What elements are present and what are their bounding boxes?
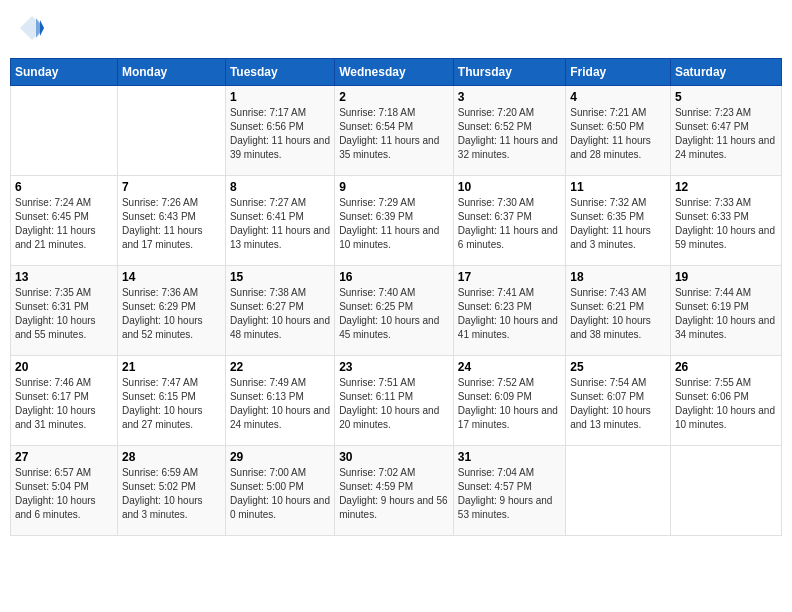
calendar-cell: 27Sunrise: 6:57 AM Sunset: 5:04 PM Dayli… — [11, 446, 118, 536]
calendar-cell — [11, 86, 118, 176]
logo — [16, 14, 46, 46]
calendar-cell: 24Sunrise: 7:52 AM Sunset: 6:09 PM Dayli… — [453, 356, 565, 446]
calendar-cell: 12Sunrise: 7:33 AM Sunset: 6:33 PM Dayli… — [670, 176, 781, 266]
weekday-header-wednesday: Wednesday — [335, 59, 454, 86]
cell-content: Sunrise: 7:49 AM Sunset: 6:13 PM Dayligh… — [230, 376, 330, 432]
calendar-cell: 7Sunrise: 7:26 AM Sunset: 6:43 PM Daylig… — [117, 176, 225, 266]
cell-content: Sunrise: 7:33 AM Sunset: 6:33 PM Dayligh… — [675, 196, 777, 252]
day-number: 4 — [570, 90, 666, 104]
weekday-header-row: SundayMondayTuesdayWednesdayThursdayFrid… — [11, 59, 782, 86]
cell-content: Sunrise: 7:52 AM Sunset: 6:09 PM Dayligh… — [458, 376, 561, 432]
day-number: 2 — [339, 90, 449, 104]
calendar-table: SundayMondayTuesdayWednesdayThursdayFrid… — [10, 58, 782, 536]
calendar-cell: 25Sunrise: 7:54 AM Sunset: 6:07 PM Dayli… — [566, 356, 671, 446]
day-number: 28 — [122, 450, 221, 464]
cell-content: Sunrise: 7:32 AM Sunset: 6:35 PM Dayligh… — [570, 196, 666, 252]
day-number: 17 — [458, 270, 561, 284]
cell-content: Sunrise: 7:54 AM Sunset: 6:07 PM Dayligh… — [570, 376, 666, 432]
calendar-week-row: 20Sunrise: 7:46 AM Sunset: 6:17 PM Dayli… — [11, 356, 782, 446]
cell-content: Sunrise: 7:46 AM Sunset: 6:17 PM Dayligh… — [15, 376, 113, 432]
day-number: 3 — [458, 90, 561, 104]
weekday-header-thursday: Thursday — [453, 59, 565, 86]
day-number: 23 — [339, 360, 449, 374]
cell-content: Sunrise: 6:59 AM Sunset: 5:02 PM Dayligh… — [122, 466, 221, 522]
calendar-cell: 28Sunrise: 6:59 AM Sunset: 5:02 PM Dayli… — [117, 446, 225, 536]
calendar-cell: 10Sunrise: 7:30 AM Sunset: 6:37 PM Dayli… — [453, 176, 565, 266]
calendar-cell — [670, 446, 781, 536]
day-number: 22 — [230, 360, 330, 374]
cell-content: Sunrise: 7:20 AM Sunset: 6:52 PM Dayligh… — [458, 106, 561, 162]
weekday-header-tuesday: Tuesday — [225, 59, 334, 86]
calendar-cell: 29Sunrise: 7:00 AM Sunset: 5:00 PM Dayli… — [225, 446, 334, 536]
day-number: 6 — [15, 180, 113, 194]
calendar-cell: 31Sunrise: 7:04 AM Sunset: 4:57 PM Dayli… — [453, 446, 565, 536]
calendar-cell: 2Sunrise: 7:18 AM Sunset: 6:54 PM Daylig… — [335, 86, 454, 176]
calendar-cell: 5Sunrise: 7:23 AM Sunset: 6:47 PM Daylig… — [670, 86, 781, 176]
cell-content: Sunrise: 7:18 AM Sunset: 6:54 PM Dayligh… — [339, 106, 449, 162]
day-number: 24 — [458, 360, 561, 374]
cell-content: Sunrise: 7:44 AM Sunset: 6:19 PM Dayligh… — [675, 286, 777, 342]
calendar-cell: 9Sunrise: 7:29 AM Sunset: 6:39 PM Daylig… — [335, 176, 454, 266]
day-number: 31 — [458, 450, 561, 464]
cell-content: Sunrise: 7:17 AM Sunset: 6:56 PM Dayligh… — [230, 106, 330, 162]
day-number: 10 — [458, 180, 561, 194]
weekday-header-monday: Monday — [117, 59, 225, 86]
calendar-cell: 13Sunrise: 7:35 AM Sunset: 6:31 PM Dayli… — [11, 266, 118, 356]
day-number: 19 — [675, 270, 777, 284]
day-number: 15 — [230, 270, 330, 284]
day-number: 12 — [675, 180, 777, 194]
cell-content: Sunrise: 7:47 AM Sunset: 6:15 PM Dayligh… — [122, 376, 221, 432]
cell-content: Sunrise: 7:35 AM Sunset: 6:31 PM Dayligh… — [15, 286, 113, 342]
cell-content: Sunrise: 7:51 AM Sunset: 6:11 PM Dayligh… — [339, 376, 449, 432]
cell-content: Sunrise: 7:00 AM Sunset: 5:00 PM Dayligh… — [230, 466, 330, 522]
calendar-cell: 20Sunrise: 7:46 AM Sunset: 6:17 PM Dayli… — [11, 356, 118, 446]
calendar-week-row: 13Sunrise: 7:35 AM Sunset: 6:31 PM Dayli… — [11, 266, 782, 356]
day-number: 11 — [570, 180, 666, 194]
page-header — [10, 10, 782, 50]
day-number: 13 — [15, 270, 113, 284]
calendar-cell: 18Sunrise: 7:43 AM Sunset: 6:21 PM Dayli… — [566, 266, 671, 356]
calendar-cell: 21Sunrise: 7:47 AM Sunset: 6:15 PM Dayli… — [117, 356, 225, 446]
calendar-cell: 6Sunrise: 7:24 AM Sunset: 6:45 PM Daylig… — [11, 176, 118, 266]
cell-content: Sunrise: 7:40 AM Sunset: 6:25 PM Dayligh… — [339, 286, 449, 342]
cell-content: Sunrise: 7:21 AM Sunset: 6:50 PM Dayligh… — [570, 106, 666, 162]
logo-icon — [18, 14, 46, 42]
day-number: 14 — [122, 270, 221, 284]
calendar-cell: 23Sunrise: 7:51 AM Sunset: 6:11 PM Dayli… — [335, 356, 454, 446]
calendar-cell: 15Sunrise: 7:38 AM Sunset: 6:27 PM Dayli… — [225, 266, 334, 356]
day-number: 8 — [230, 180, 330, 194]
calendar-cell: 14Sunrise: 7:36 AM Sunset: 6:29 PM Dayli… — [117, 266, 225, 356]
cell-content: Sunrise: 7:38 AM Sunset: 6:27 PM Dayligh… — [230, 286, 330, 342]
calendar-cell: 17Sunrise: 7:41 AM Sunset: 6:23 PM Dayli… — [453, 266, 565, 356]
calendar-cell: 26Sunrise: 7:55 AM Sunset: 6:06 PM Dayli… — [670, 356, 781, 446]
cell-content: Sunrise: 7:41 AM Sunset: 6:23 PM Dayligh… — [458, 286, 561, 342]
cell-content: Sunrise: 7:43 AM Sunset: 6:21 PM Dayligh… — [570, 286, 666, 342]
calendar-week-row: 6Sunrise: 7:24 AM Sunset: 6:45 PM Daylig… — [11, 176, 782, 266]
day-number: 1 — [230, 90, 330, 104]
calendar-cell: 11Sunrise: 7:32 AM Sunset: 6:35 PM Dayli… — [566, 176, 671, 266]
calendar-week-row: 27Sunrise: 6:57 AM Sunset: 5:04 PM Dayli… — [11, 446, 782, 536]
calendar-cell: 4Sunrise: 7:21 AM Sunset: 6:50 PM Daylig… — [566, 86, 671, 176]
cell-content: Sunrise: 7:29 AM Sunset: 6:39 PM Dayligh… — [339, 196, 449, 252]
cell-content: Sunrise: 7:23 AM Sunset: 6:47 PM Dayligh… — [675, 106, 777, 162]
cell-content: Sunrise: 7:02 AM Sunset: 4:59 PM Dayligh… — [339, 466, 449, 522]
calendar-cell — [566, 446, 671, 536]
cell-content: Sunrise: 7:24 AM Sunset: 6:45 PM Dayligh… — [15, 196, 113, 252]
day-number: 30 — [339, 450, 449, 464]
calendar-cell: 22Sunrise: 7:49 AM Sunset: 6:13 PM Dayli… — [225, 356, 334, 446]
calendar-cell: 16Sunrise: 7:40 AM Sunset: 6:25 PM Dayli… — [335, 266, 454, 356]
day-number: 9 — [339, 180, 449, 194]
day-number: 25 — [570, 360, 666, 374]
calendar-week-row: 1Sunrise: 7:17 AM Sunset: 6:56 PM Daylig… — [11, 86, 782, 176]
day-number: 27 — [15, 450, 113, 464]
calendar-cell: 19Sunrise: 7:44 AM Sunset: 6:19 PM Dayli… — [670, 266, 781, 356]
cell-content: Sunrise: 7:36 AM Sunset: 6:29 PM Dayligh… — [122, 286, 221, 342]
cell-content: Sunrise: 7:55 AM Sunset: 6:06 PM Dayligh… — [675, 376, 777, 432]
calendar-cell — [117, 86, 225, 176]
day-number: 29 — [230, 450, 330, 464]
day-number: 7 — [122, 180, 221, 194]
weekday-header-friday: Friday — [566, 59, 671, 86]
calendar-cell: 1Sunrise: 7:17 AM Sunset: 6:56 PM Daylig… — [225, 86, 334, 176]
day-number: 16 — [339, 270, 449, 284]
calendar-cell: 3Sunrise: 7:20 AM Sunset: 6:52 PM Daylig… — [453, 86, 565, 176]
